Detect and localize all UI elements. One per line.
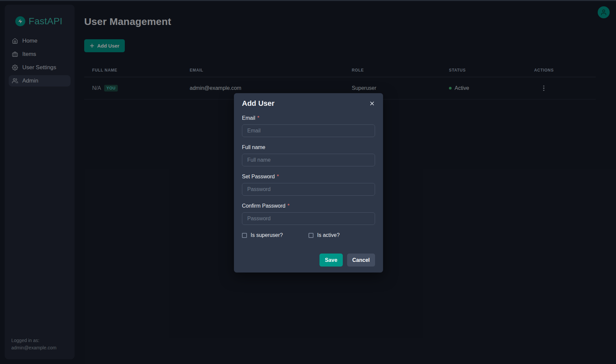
add-user-modal: Add User Email * Full name Set Password … <box>234 93 383 273</box>
modal-footer: Save Cancel <box>242 254 375 267</box>
modal-close-button[interactable] <box>368 99 376 108</box>
full-name-field-group: Full name <box>242 144 375 166</box>
close-icon <box>369 101 375 106</box>
confirm-password-input[interactable] <box>242 212 375 225</box>
is-active-option[interactable]: Is active? <box>308 232 340 238</box>
field-label-text: Set Password <box>242 174 275 180</box>
cancel-button[interactable]: Cancel <box>347 254 375 267</box>
full-name-label: Full name <box>242 144 375 150</box>
full-name-input[interactable] <box>242 154 375 166</box>
field-label-text: Email <box>242 115 255 121</box>
save-button[interactable]: Save <box>319 254 342 267</box>
is-superuser-checkbox[interactable] <box>242 233 247 238</box>
confirm-password-label: Confirm Password * <box>242 203 375 209</box>
modal-title: Add User <box>242 99 375 108</box>
email-label: Email * <box>242 115 375 121</box>
is-superuser-label: Is superuser? <box>251 232 283 238</box>
required-asterisk: * <box>257 115 259 121</box>
email-input[interactable] <box>242 124 375 137</box>
email-field-group: Email * <box>242 115 375 137</box>
set-password-label: Set Password * <box>242 174 375 180</box>
set-password-field-group: Set Password * <box>242 174 375 196</box>
required-asterisk: * <box>288 203 290 209</box>
field-label-text: Full name <box>242 144 265 150</box>
modal-checkbox-row: Is superuser? Is active? <box>242 232 375 238</box>
confirm-password-field-group: Confirm Password * <box>242 203 375 225</box>
field-label-text: Confirm Password <box>242 203 286 209</box>
set-password-input[interactable] <box>242 183 375 196</box>
is-active-label: Is active? <box>317 232 340 238</box>
is-active-checkbox[interactable] <box>308 233 313 238</box>
is-superuser-option[interactable]: Is superuser? <box>242 232 308 238</box>
required-asterisk: * <box>277 174 279 180</box>
